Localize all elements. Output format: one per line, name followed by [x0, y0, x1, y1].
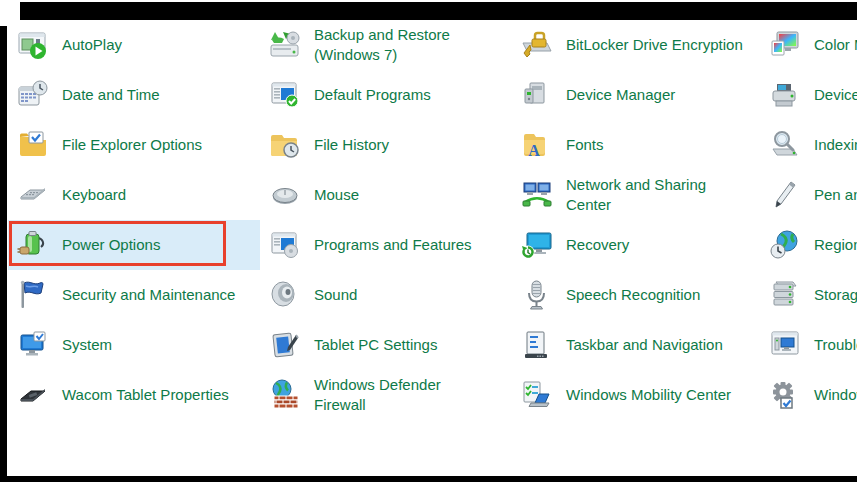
item-label: System: [62, 335, 260, 355]
frame-top-bar: [20, 2, 857, 20]
control-panel-item-mouse[interactable]: Mouse: [260, 170, 512, 220]
control-panel-item-file-explorer-options[interactable]: File Explorer Options: [8, 120, 260, 170]
control-panel-item-power-options[interactable]: Power Options: [8, 220, 260, 270]
control-panel-item-fonts[interactable]: AFonts: [512, 120, 764, 170]
troubleshooting-icon: [769, 329, 801, 361]
item-label: File Explorer Options: [62, 135, 260, 155]
item-label: Default Programs: [314, 85, 512, 105]
control-panel-item-storage-spaces[interactable]: Storage Spaces: [760, 270, 857, 320]
file-history-icon: [269, 129, 301, 161]
item-label: Windows To Go: [814, 385, 857, 405]
control-panel-item-windows-to-go[interactable]: Windows To Go: [760, 370, 857, 420]
item-label: Recovery: [566, 235, 764, 255]
control-panel-item-windows-mobility-center[interactable]: Windows Mobility Center: [512, 370, 764, 420]
control-panel-item-recovery[interactable]: Recovery: [512, 220, 764, 270]
devices-printers-icon: [769, 79, 801, 111]
item-label: Storage Spaces: [814, 285, 857, 305]
security-maintenance-icon: [17, 279, 49, 311]
control-panel-item-taskbar-and-navigation[interactable]: Taskbar and Navigation: [512, 320, 764, 370]
control-panel-item-devices-and-printers[interactable]: Devices and Printers: [760, 70, 857, 120]
control-panel-item-system[interactable]: System: [8, 320, 260, 370]
control-panel-item-troubleshooting[interactable]: Troubleshooting: [760, 320, 857, 370]
file-explorer-options-icon: [17, 129, 49, 161]
control-panel-item-default-programs[interactable]: Default Programs: [260, 70, 512, 120]
fonts-icon: A: [521, 129, 553, 161]
control-panel-item-windows-defender-firewall[interactable]: Windows Defender Firewall: [260, 370, 512, 420]
bitlocker-icon: [521, 29, 553, 61]
network-sharing-icon: [521, 179, 553, 211]
item-label: Windows Defender Firewall: [314, 375, 512, 415]
control-panel-item-device-manager[interactable]: Device Manager: [512, 70, 764, 120]
control-panel-item-autoplay[interactable]: AutoPlay: [8, 20, 260, 70]
item-label: Taskbar and Navigation: [566, 335, 764, 355]
backup-restore-icon: [269, 29, 301, 61]
item-label: Device Manager: [566, 85, 764, 105]
control-panel-item-sound[interactable]: Sound: [260, 270, 512, 320]
item-label: Devices and Printers: [814, 85, 857, 105]
item-label: Programs and Features: [314, 235, 512, 255]
control-panel-item-backup-and-restore-windows-7[interactable]: Backup and Restore (Windows 7): [260, 20, 512, 70]
item-label: Windows Mobility Center: [566, 385, 764, 405]
sound-icon: [269, 279, 301, 311]
control-panel-item-region[interactable]: Region: [760, 220, 857, 270]
control-panel-item-pen-and-touch[interactable]: Pen and Touch: [760, 170, 857, 220]
mouse-icon: [269, 179, 301, 211]
item-label: Fonts: [566, 135, 764, 155]
speech-recognition-icon: [521, 279, 553, 311]
item-label: Color Management: [814, 35, 857, 55]
item-label: Backup and Restore (Windows 7): [314, 25, 512, 65]
control-panel-item-security-and-maintenance[interactable]: Security and Maintenance: [8, 270, 260, 320]
tablet-pc-icon: [269, 329, 301, 361]
control-panel-window: AutoPlayBackup and Restore (Windows 7)Bi…: [0, 0, 857, 482]
programs-features-icon: [269, 229, 301, 261]
control-panel-item-file-history[interactable]: File History: [260, 120, 512, 170]
item-label: Wacom Tablet Properties: [62, 385, 260, 405]
control-panel-item-date-and-time[interactable]: Date and Time: [8, 70, 260, 120]
item-label: Date and Time: [62, 85, 260, 105]
control-panel-item-tablet-pc-settings[interactable]: Tablet PC Settings: [260, 320, 512, 370]
item-label: Indexing Options: [814, 135, 857, 155]
date-time-icon: [17, 79, 49, 111]
frame-left-bar: [0, 26, 7, 476]
recovery-icon: [521, 229, 553, 261]
item-label: Tablet PC Settings: [314, 335, 512, 355]
pen-touch-icon: [769, 179, 801, 211]
control-panel-item-wacom-tablet-properties[interactable]: Wacom Tablet Properties: [8, 370, 260, 420]
frame-bottom-bar: [0, 476, 857, 482]
region-icon: [769, 229, 801, 261]
item-label: Pen and Touch: [814, 185, 857, 205]
keyboard-icon: [17, 179, 49, 211]
control-panel-item-color-management[interactable]: Color Management: [760, 20, 857, 70]
storage-spaces-icon: [769, 279, 801, 311]
item-label: Sound: [314, 285, 512, 305]
default-programs-icon: [269, 79, 301, 111]
wacom-tablet-icon: [17, 379, 49, 411]
control-panel-item-keyboard[interactable]: Keyboard: [8, 170, 260, 220]
svg-text:A: A: [528, 142, 540, 159]
item-label: Power Options: [62, 235, 260, 255]
system-icon: [17, 329, 49, 361]
item-label: Speech Recognition: [566, 285, 764, 305]
item-label: File History: [314, 135, 512, 155]
item-label: Region: [814, 235, 857, 255]
item-label: Keyboard: [62, 185, 260, 205]
item-label: Security and Maintenance: [62, 285, 260, 305]
power-options-icon: [17, 229, 49, 261]
item-label: Mouse: [314, 185, 512, 205]
control-panel-item-indexing-options[interactable]: Indexing Options: [760, 120, 857, 170]
control-panel-item-bitlocker-drive-encryption[interactable]: BitLocker Drive Encryption: [512, 20, 764, 70]
control-panel-item-network-and-sharing-center[interactable]: Network and Sharing Center: [512, 170, 764, 220]
defender-firewall-icon: [269, 379, 301, 411]
autoplay-icon: [17, 29, 49, 61]
indexing-options-icon: [769, 129, 801, 161]
windows-to-go-icon: [769, 379, 801, 411]
item-label: BitLocker Drive Encryption: [566, 35, 764, 55]
taskbar-navigation-icon: [521, 329, 553, 361]
control-panel-item-programs-and-features[interactable]: Programs and Features: [260, 220, 512, 270]
mobility-center-icon: [521, 379, 553, 411]
item-label: AutoPlay: [62, 35, 260, 55]
item-label: Network and Sharing Center: [566, 175, 764, 215]
color-management-icon: [769, 29, 801, 61]
control-panel-item-speech-recognition[interactable]: Speech Recognition: [512, 270, 764, 320]
device-manager-icon: [521, 79, 553, 111]
